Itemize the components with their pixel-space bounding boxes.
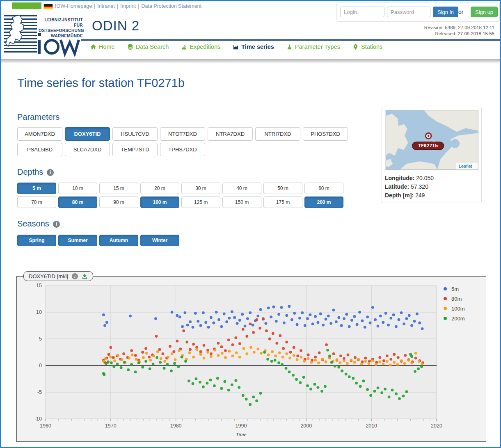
data-point[interactable] <box>265 322 268 325</box>
data-point[interactable] <box>350 319 353 322</box>
depth-button-70m[interactable]: 70 m <box>17 197 56 208</box>
data-point[interactable] <box>102 313 105 316</box>
data-point[interactable] <box>252 395 255 398</box>
data-point[interactable] <box>277 361 280 364</box>
data-point[interactable] <box>199 353 202 356</box>
data-point[interactable] <box>301 311 304 314</box>
german-flag-icon[interactable] <box>43 4 53 9</box>
data-point[interactable] <box>288 370 291 373</box>
data-point[interactable] <box>299 381 302 384</box>
data-point[interactable] <box>210 355 213 358</box>
seasons-info-icon[interactable]: i <box>53 221 60 228</box>
data-point[interactable] <box>319 313 322 315</box>
data-point[interactable] <box>107 361 110 363</box>
data-point[interactable] <box>224 349 227 352</box>
data-point[interactable] <box>141 351 144 354</box>
data-point[interactable] <box>330 361 333 364</box>
depth-button-50m[interactable]: 50 m <box>263 183 302 194</box>
season-button-summer[interactable]: Summer <box>58 235 97 246</box>
data-point[interactable] <box>255 399 258 402</box>
data-point[interactable] <box>270 360 273 363</box>
data-point[interactable] <box>217 342 220 345</box>
data-point[interactable] <box>123 361 126 364</box>
data-point[interactable] <box>374 318 377 321</box>
depth-button-20m[interactable]: 20 m <box>140 183 179 194</box>
data-point[interactable] <box>217 354 220 357</box>
data-point[interactable] <box>262 317 265 320</box>
data-point[interactable] <box>249 346 252 349</box>
data-point[interactable] <box>355 382 358 385</box>
data-point[interactable] <box>178 315 181 318</box>
data-point[interactable] <box>404 354 407 357</box>
topbar-link-intranet[interactable]: Intranet <box>97 3 114 9</box>
data-point[interactable] <box>181 356 183 359</box>
data-point[interactable] <box>145 352 148 355</box>
sign-up-button[interactable]: Sign up <box>471 7 498 17</box>
data-point[interactable] <box>255 318 258 321</box>
data-point[interactable] <box>238 319 241 322</box>
data-point[interactable] <box>225 320 228 323</box>
data-point[interactable] <box>366 388 369 391</box>
data-point[interactable] <box>325 343 328 346</box>
data-point[interactable] <box>142 356 145 359</box>
data-point[interactable] <box>313 383 316 386</box>
data-point[interactable] <box>202 386 205 389</box>
data-point[interactable] <box>382 363 384 366</box>
data-point[interactable] <box>281 363 284 366</box>
data-point[interactable] <box>122 352 125 355</box>
data-point[interactable] <box>181 325 184 328</box>
data-point[interactable] <box>192 356 195 359</box>
data-point[interactable] <box>227 389 230 391</box>
data-point[interactable] <box>291 318 293 321</box>
data-point[interactable] <box>345 373 348 375</box>
data-point[interactable] <box>396 363 399 366</box>
data-point[interactable] <box>169 345 172 348</box>
data-point[interactable] <box>227 338 230 341</box>
data-point[interactable] <box>134 370 137 373</box>
data-point[interactable] <box>384 312 387 315</box>
parameter-button-ntra7dxd[interactable]: NTRA7DXD <box>208 127 253 141</box>
data-point[interactable] <box>325 318 327 321</box>
parameter-button-hsul7cvd[interactable]: HSUL7CVD <box>112 127 158 141</box>
season-button-spring[interactable]: Spring <box>17 235 56 246</box>
data-point[interactable] <box>380 391 383 394</box>
data-point[interactable] <box>386 360 389 363</box>
data-point[interactable] <box>382 321 384 324</box>
data-point[interactable] <box>400 311 403 314</box>
nav-item-stations[interactable]: Stations <box>352 43 382 50</box>
data-point[interactable] <box>353 361 356 364</box>
data-point[interactable] <box>329 322 332 325</box>
depth-button-90m[interactable]: 90 m <box>99 197 138 208</box>
data-point[interactable] <box>236 322 239 325</box>
data-point[interactable] <box>417 367 420 370</box>
data-point[interactable] <box>348 375 351 378</box>
data-point[interactable] <box>259 327 261 330</box>
data-point[interactable] <box>223 380 226 383</box>
data-point[interactable] <box>352 377 355 380</box>
data-point[interactable] <box>149 367 151 370</box>
data-point[interactable] <box>377 386 380 389</box>
data-point[interactable] <box>402 395 405 398</box>
data-point[interactable] <box>288 357 291 359</box>
data-point[interactable] <box>267 306 270 309</box>
data-point[interactable] <box>212 322 215 325</box>
data-point[interactable] <box>310 361 313 364</box>
data-point[interactable] <box>350 359 353 362</box>
data-point[interactable] <box>199 381 201 384</box>
data-point[interactable] <box>214 349 217 352</box>
data-point[interactable] <box>405 390 408 393</box>
data-point[interactable] <box>199 324 202 327</box>
data-point[interactable] <box>268 338 271 341</box>
data-point[interactable] <box>298 317 301 320</box>
data-point[interactable] <box>391 389 394 391</box>
data-point[interactable] <box>314 315 317 318</box>
data-point[interactable] <box>304 324 307 327</box>
data-point[interactable] <box>413 320 416 323</box>
data-point[interactable] <box>366 315 369 318</box>
data-point[interactable] <box>110 361 113 364</box>
data-point[interactable] <box>102 360 105 363</box>
data-point[interactable] <box>378 356 381 359</box>
data-point[interactable] <box>332 309 335 311</box>
data-point[interactable] <box>216 377 219 380</box>
data-point[interactable] <box>252 331 255 334</box>
